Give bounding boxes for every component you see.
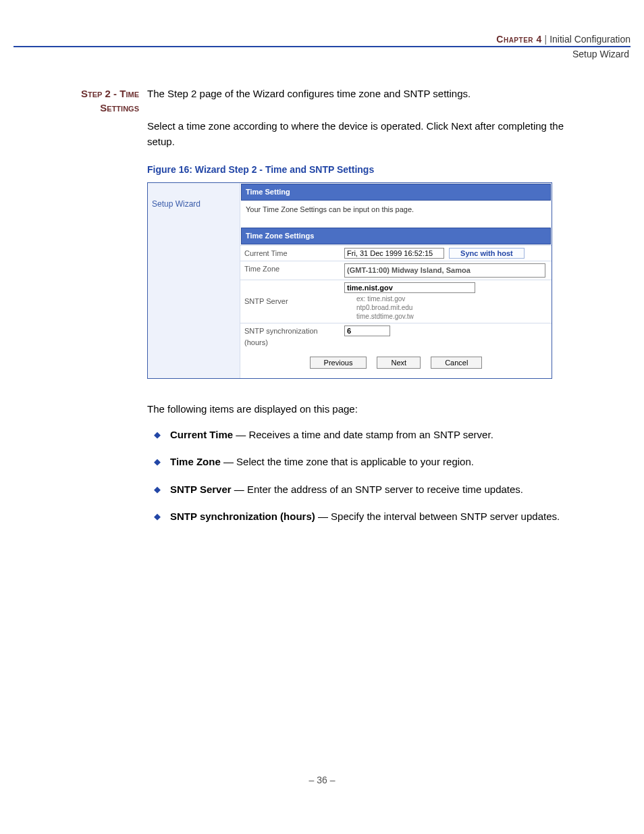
bullet-sntp-sync: SNTP synchronization (hours) — Specify t… bbox=[154, 509, 591, 525]
page-header: Chapter 4 | Initial Configuration bbox=[14, 34, 630, 47]
header-divider: | bbox=[545, 34, 550, 45]
ex-line-3: time.stdtime.gov.tw bbox=[356, 313, 414, 320]
header-subtitle: Setup Wizard bbox=[0, 49, 629, 59]
row-time-zone: Time Zone (GMT-11:00) Midway Island, Sam… bbox=[240, 261, 552, 280]
previous-button[interactable]: Previous bbox=[310, 357, 367, 369]
bullet-label: SNTP synchronization (hours) bbox=[170, 511, 315, 522]
row-current-time: Current Time Sync with host bbox=[240, 245, 552, 261]
intro-paragraph: The Step 2 page of the Wizard configures… bbox=[147, 86, 591, 102]
bullet-time-zone: Time Zone — Select the time zone that is… bbox=[154, 454, 591, 470]
figure-caption: Figure 16: Wizard Step 2 - Time and SNTP… bbox=[147, 163, 591, 177]
following-items-text: The following items are displayed on thi… bbox=[147, 402, 591, 417]
bullet-label: Current Time bbox=[170, 429, 233, 440]
current-time-input[interactable] bbox=[344, 248, 444, 259]
ex-line-2: ntp0.broad.mit.edu bbox=[356, 304, 412, 311]
wizard-nav-label: Setup Wizard bbox=[148, 183, 240, 378]
row-sntp-server: SNTP Server ex: time.nist.gov ntp0.broad… bbox=[240, 280, 552, 323]
bullet-label: Time Zone bbox=[170, 456, 221, 467]
time-zone-select[interactable]: (GMT-11:00) Midway Island, Samoa bbox=[344, 263, 545, 278]
row-sntp-sync: SNTP synchronization (hours) bbox=[240, 323, 552, 350]
current-time-label: Current Time bbox=[240, 245, 340, 261]
sync-with-host-button[interactable]: Sync with host bbox=[449, 248, 525, 259]
ex-prefix: ex: bbox=[356, 295, 367, 303]
bullet-current-time: Current Time — Receives a time and date … bbox=[154, 427, 591, 443]
time-zone-label: Time Zone bbox=[240, 261, 340, 280]
time-zone-settings-bar: Time Zone Settings bbox=[241, 228, 551, 244]
bullet-text: — Receives a time and date stamp from an… bbox=[233, 429, 493, 440]
sntp-example-block: ex: time.nist.gov ntp0.broad.mit.edu tim… bbox=[344, 293, 547, 321]
bullet-text: — Specify the interval between SNTP serv… bbox=[315, 511, 560, 522]
next-button[interactable]: Next bbox=[377, 357, 421, 369]
sntp-server-label: SNTP Server bbox=[240, 280, 340, 323]
time-setting-bar: Time Setting bbox=[241, 184, 551, 201]
section-heading: Step 2 - Time Settings bbox=[53, 86, 147, 115]
bullet-text: — Enter the address of an SNTP server to… bbox=[232, 484, 523, 495]
bullet-sntp-server: SNTP Server — Enter the address of an SN… bbox=[154, 482, 591, 498]
sntp-server-input[interactable] bbox=[344, 282, 475, 293]
time-setting-subtext: Your Time Zone Settings can be input on … bbox=[240, 201, 552, 228]
screenshot-figure: Setup Wizard Time Setting Your Time Zone… bbox=[147, 182, 552, 379]
cancel-button[interactable]: Cancel bbox=[431, 357, 482, 369]
chapter-label: Chapter 4 bbox=[496, 34, 541, 45]
ex-line-1: time.nist.gov bbox=[367, 295, 405, 303]
bullet-text: — Select the time zone that is applicabl… bbox=[221, 456, 474, 467]
second-paragraph: Select a time zone according to where th… bbox=[147, 119, 591, 149]
page-number: – 36 – bbox=[0, 775, 644, 806]
sntp-sync-label: SNTP synchronization (hours) bbox=[240, 323, 340, 350]
sntp-sync-input[interactable] bbox=[344, 325, 390, 336]
bullet-label: SNTP Server bbox=[170, 484, 232, 495]
header-title: Initial Configuration bbox=[549, 34, 630, 45]
bullet-list: Current Time — Receives a time and date … bbox=[147, 427, 591, 525]
